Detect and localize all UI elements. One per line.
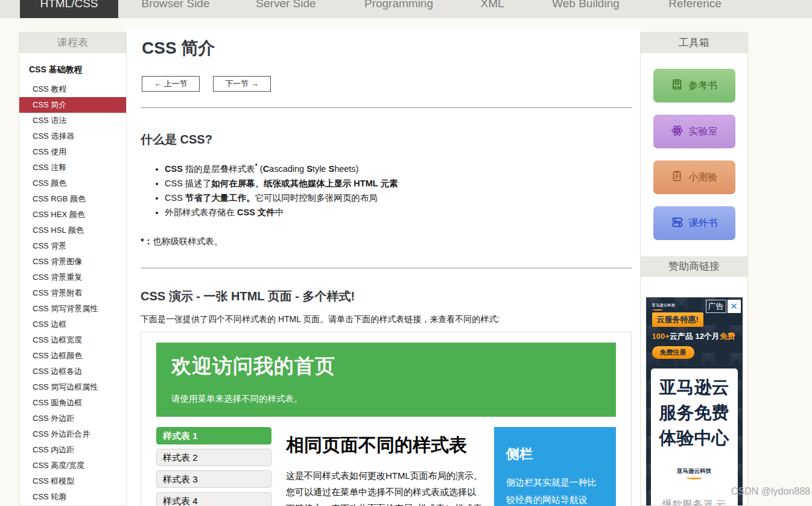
sidebar-item[interactable]: CSS 外边距合并 (19, 426, 126, 442)
sidebar-item[interactable]: CSS 选择器 (19, 128, 126, 144)
clipboard-icon (671, 170, 683, 185)
toolbox-button-label: 小测验 (688, 171, 717, 184)
sidebar-item[interactable]: CSS HEX 颜色 (19, 207, 126, 223)
css-demo-intro: 下面是一张提供了四个不同样式表的 HTML 页面。请单击下面的样式表链接，来查看… (141, 314, 632, 325)
course-sidebar: 课程表 CSS 基础教程 CSS 教程CSS 简介CSS 语法CSS 选择器CS… (19, 32, 127, 506)
amazon-smile-icon (652, 308, 663, 311)
sidebar-item[interactable]: CSS 颜色 (19, 176, 126, 191)
sidebar-item[interactable]: CSS HSL 颜色 (19, 223, 126, 238)
sidebar-item[interactable]: CSS 背景附着 (19, 285, 126, 301)
bullet-item: 外部样式表存储在 CSS 文件中 (165, 207, 632, 218)
close-icon[interactable]: ✕ (728, 300, 741, 313)
demo-main: 相同页面不同的样式表 这是不同样式表如何更改HTML页面布局的演示。您可以通过在… (286, 427, 484, 506)
ad-headline: 亚马逊云 服务免费 体验中心 (651, 368, 738, 451)
nav-tab-programming[interactable]: Programming (350, 0, 447, 18)
sidebar-item[interactable]: CSS 内边距 (19, 442, 126, 458)
reference-book-button[interactable]: 参考书 (653, 69, 735, 103)
toolbox-button-label: 课外书 (689, 217, 718, 230)
sidebar-item[interactable]: CSS 高度/宽度 (19, 458, 126, 473)
demo-stylesheet-link[interactable]: 样式表1 (417, 503, 449, 506)
pager: ← 上一节 下一节 → (142, 76, 632, 92)
nav-tab-xml[interactable]: XML (456, 0, 528, 18)
prev-section-button[interactable]: ← 上一节 (142, 76, 200, 92)
sidebar-item[interactable]: CSS 边框各边 (19, 364, 126, 379)
sidebar-item[interactable]: CSS 简写背景属性 (19, 301, 126, 317)
sidebar-item[interactable]: CSS 使用 (19, 144, 126, 160)
sidebar-item[interactable]: CSS 框模型 (19, 473, 126, 489)
demo-aside-title: 侧栏 (506, 445, 604, 463)
sidebar-item[interactable]: CSS 圆角边框 (19, 395, 126, 411)
sidebar-item[interactable]: CSS 背景重复 (19, 270, 126, 285)
ad-bottom-text: 爆款服务器 云 (651, 498, 738, 506)
course-section-title: CSS 基础教程 (19, 53, 126, 81)
demo-banner: 欢迎访问我的首页 请使用菜单来选择不同的样式表。 (156, 343, 616, 417)
sidebar-item[interactable]: CSS 教程 (19, 81, 126, 97)
demo-banner-subtitle: 请使用菜单来选择不同的样式表。 (171, 393, 601, 405)
nav-tab-browser-side[interactable]: Browser Side (127, 0, 224, 18)
course-sidebar-title: 课程表 (19, 33, 126, 53)
sidebar-item[interactable]: CSS 边框颜色 (19, 348, 126, 364)
ad-brand-logo-top: 亚马逊云科技 (652, 303, 676, 311)
ad-card: 亚马逊云 服务免费 体验中心 亚马逊云科技 爆款服务器 云 (651, 368, 738, 506)
demo-stylesheet-menu-item[interactable]: 样式表 4 (156, 492, 271, 506)
sidebar-item[interactable]: CSS 边框宽度 (19, 332, 126, 348)
demo-main-title: 相同页面不同的样式表 (286, 433, 484, 458)
toolbox-button-label: 实验室 (689, 125, 718, 138)
page-title: CSS 简介 (142, 37, 632, 60)
nav-tab-reference[interactable]: Reference (647, 0, 743, 18)
ad-tag-label: 广告 (706, 300, 726, 313)
books-icon (671, 216, 684, 231)
top-navigation: HTML/CSS Browser Side Server Side Progra… (0, 0, 812, 18)
nav-tab-server-side[interactable]: Server Side (238, 0, 334, 18)
ad-offer-line: 100+云产品 12个月免费 (652, 331, 735, 342)
demo-body: 样式表 1样式表 2样式表 3样式表 4无样式表 相同页面不同的样式表 这是不同… (156, 427, 616, 506)
demo-frame: 欢迎访问我的首页 请使用菜单来选择不同的样式表。 样式表 1样式表 2样式表 3… (141, 332, 632, 506)
sidebar-item[interactable]: CSS 背景图像 (19, 254, 126, 270)
toolbox-title: 工具箱 (641, 33, 747, 53)
demo-style-menu: 样式表 1样式表 2样式表 3样式表 4无样式表 (156, 427, 271, 506)
extracurricular-books-button[interactable]: 课外书 (653, 206, 735, 240)
bullet-item: CSS 描述了如何在屏幕、纸张或其他媒体上显示 HTML 元素 (165, 179, 632, 189)
css-demo-heading: CSS 演示 - 一张 HTML 页面 - 多个样式! (141, 288, 632, 305)
sidebar-item[interactable]: CSS 边框 (19, 317, 126, 332)
sidebar-item[interactable]: CSS 语法 (19, 113, 126, 128)
sidebar-item[interactable]: CSS 背景 (19, 238, 126, 254)
sidebar-item[interactable]: CSS 简写边框属性 (19, 379, 126, 395)
ad-controls: 广告 ✕ (706, 300, 741, 313)
demo-main-text: 这是不同样式表如何更改HTML页面布局的演示。您可以通过在菜单中选择不同的样式表… (286, 467, 484, 506)
sidebar-item[interactable]: CSS 外边距 (19, 411, 126, 426)
sidebar-item[interactable]: CSS 轮廓 (19, 489, 126, 505)
sidebar-item[interactable]: CSS RGB 颜色 (19, 191, 126, 207)
laboratory-button[interactable]: 实验室 (653, 115, 735, 148)
what-is-css-heading: 什么是 CSS? (141, 131, 632, 148)
css-bullets: CSS 指的是层叠样式表* (Cascading Style Sheets)CS… (141, 161, 632, 218)
sidebar-item[interactable]: CSS 简介 (19, 97, 126, 113)
amazon-smile-icon (687, 476, 702, 479)
main-content: CSS 简介 ← 上一节 下一节 → 什么是 CSS? CSS 指的是层叠样式表… (141, 27, 632, 506)
ad-register-button[interactable]: 免费注册 (652, 346, 694, 359)
nav-tab-web-building[interactable]: Web Building (538, 0, 634, 18)
demo-banner-title: 欢迎访问我的首页 (171, 353, 601, 380)
nav-tab-html-css[interactable]: HTML/CSS (20, 0, 118, 18)
next-section-button[interactable]: 下一节 → (213, 76, 271, 92)
demo-stylesheet-menu-item[interactable]: 样式表 1 (156, 427, 271, 444)
footnote: *：也称级联样式表。 (141, 236, 632, 247)
toolbox-sidebar: 工具箱 参考书 实验室 小测验 课外书 赞助商链接 亚马逊云科技 (640, 32, 748, 506)
book-icon (671, 78, 683, 93)
demo-aside-text: 侧边栏其实就是一种比较经典的网站导航设计，它的形式通常为竖向的一列，展示在网站的… (506, 473, 604, 506)
sidebar-item[interactable]: CSS 注释 (19, 160, 126, 176)
quiz-button[interactable]: 小测验 (653, 160, 735, 194)
ad-badge: 云服务特惠! (652, 312, 703, 327)
sponsor-ad[interactable]: 亚马逊云科技 广告 ✕ 云服务特惠! 100+云产品 12个月免费 免费注册 亚… (646, 297, 743, 506)
bullet-item: CSS 节省了大量工作。它可以同时控制多张网页的布局 (165, 193, 632, 203)
ad-brand-logo: 亚马逊云科技 (651, 467, 738, 479)
atom-icon (671, 124, 684, 139)
course-list: CSS 教程CSS 简介CSS 语法CSS 选择器CSS 使用CSS 注释CSS… (19, 81, 126, 505)
page: HTML/CSS Browser Side Server Side Progra… (0, 0, 812, 506)
bullet-item: CSS 指的是层叠样式表* (Cascading Style Sheets) (165, 161, 632, 174)
sponsor-links-title: 赞助商链接 (641, 256, 747, 277)
demo-stylesheet-menu-item[interactable]: 样式表 2 (156, 449, 271, 466)
toolbox-buttons: 参考书 实验室 小测验 课外书 (641, 53, 747, 240)
csdn-watermark: CSDN @lydon888 (731, 486, 810, 497)
demo-stylesheet-menu-item[interactable]: 样式表 3 (156, 470, 271, 488)
